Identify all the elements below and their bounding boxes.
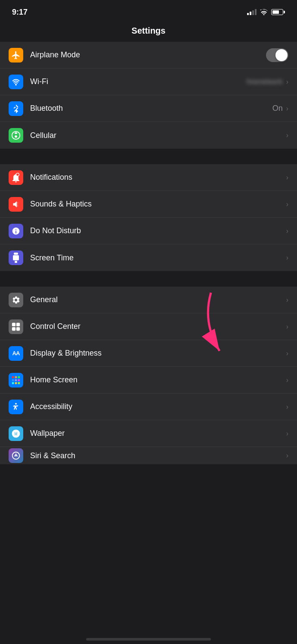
svg-rect-11 — [12, 376, 14, 378]
display-brightness-chevron-icon: › — [286, 350, 288, 357]
notifications-settings-icon — [9, 170, 23, 185]
settings-row-screen-time[interactable]: Screen Time › — [0, 244, 297, 271]
page-title-container: Settings — [0, 22, 297, 42]
siri-settings-icon — [9, 448, 23, 463]
wallpaper-settings-icon — [9, 426, 23, 441]
sounds-settings-icon — [9, 197, 23, 212]
scroll-indicator — [86, 638, 211, 641]
bluetooth-chevron-icon: › — [286, 105, 288, 113]
svg-point-1 — [15, 135, 17, 138]
bluetooth-settings-icon — [9, 101, 23, 116]
page-title: Settings — [132, 26, 166, 35]
battery-icon — [271, 9, 285, 15]
cellular-label: Cellular — [30, 131, 286, 140]
bluetooth-value: On — [272, 104, 283, 113]
notifications-label: Notifications — [30, 173, 286, 182]
svg-point-20 — [15, 403, 17, 404]
signal-icon — [247, 9, 257, 15]
svg-rect-3 — [14, 253, 18, 255]
svg-rect-4 — [13, 255, 19, 260]
settings-row-sounds[interactable]: Sounds & Haptics › — [0, 191, 297, 218]
section-notifications: Notifications › Sounds & Haptics › Do No… — [0, 164, 297, 271]
settings-row-display-brightness[interactable]: AA Display & Brightness › — [0, 340, 297, 367]
svg-rect-8 — [12, 327, 15, 330]
settings-row-wallpaper[interactable]: Wallpaper › — [0, 420, 297, 447]
airplane-mode-toggle[interactable] — [266, 48, 288, 62]
svg-rect-19 — [18, 382, 20, 384]
general-chevron-icon: › — [286, 296, 288, 304]
svg-rect-5 — [15, 261, 17, 263]
svg-rect-9 — [16, 327, 20, 330]
wallpaper-label: Wallpaper — [30, 429, 286, 438]
section-general: General › Control Center › AA Display & … — [0, 287, 297, 464]
notifications-chevron-icon: › — [286, 174, 288, 181]
svg-rect-12 — [15, 376, 17, 378]
svg-rect-6 — [12, 322, 15, 326]
settings-row-home-screen[interactable]: Home Screen › — [0, 367, 297, 394]
accessibility-settings-icon — [9, 400, 23, 414]
svg-point-21 — [15, 431, 17, 433]
airplane-mode-label: Airplane Mode — [30, 50, 266, 59]
accessibility-chevron-icon: › — [286, 403, 288, 411]
home-screen-settings-icon — [9, 373, 23, 388]
do-not-disturb-settings-icon — [9, 224, 23, 238]
wifi-settings-icon — [9, 75, 23, 89]
accessibility-label: Accessibility — [30, 402, 286, 411]
do-not-disturb-label: Do Not Disturb — [30, 226, 286, 235]
siri-search-chevron-icon: › — [286, 452, 288, 460]
section-gap-2 — [0, 271, 297, 287]
settings-row-accessibility[interactable]: Accessibility › — [0, 394, 297, 420]
settings-row-siri-search[interactable]: Siri & Search › — [0, 447, 297, 464]
section-connectivity: Airplane Mode Wi-Fi freenetwork › Blueto… — [0, 42, 297, 149]
status-bar: 9:17 — [0, 0, 297, 22]
settings-row-wifi[interactable]: Wi-Fi freenetwork › — [0, 69, 297, 95]
svg-point-25 — [16, 435, 17, 436]
home-screen-label: Home Screen — [30, 375, 286, 385]
screen-time-chevron-icon: › — [286, 254, 288, 262]
wifi-chevron-icon: › — [286, 78, 288, 86]
svg-rect-7 — [16, 322, 20, 326]
display-brightness-label: Display & Brightness — [30, 349, 286, 358]
svg-rect-15 — [15, 379, 17, 381]
wifi-value: freenetwork — [247, 78, 283, 86]
sounds-label: Sounds & Haptics — [30, 200, 286, 209]
settings-row-do-not-disturb[interactable]: Do Not Disturb › — [0, 218, 297, 244]
svg-point-2 — [16, 173, 19, 176]
airplane-mode-icon — [9, 48, 23, 63]
home-screen-chevron-icon: › — [286, 376, 288, 384]
control-center-label: Control Center — [30, 322, 286, 331]
wifi-label: Wi-Fi — [30, 77, 247, 86]
settings-row-control-center[interactable]: Control Center › — [0, 313, 297, 340]
settings-row-notifications[interactable]: Notifications › — [0, 164, 297, 191]
svg-point-23 — [17, 433, 19, 435]
wallpaper-chevron-icon: › — [286, 430, 288, 438]
svg-rect-16 — [18, 379, 20, 381]
sounds-chevron-icon: › — [286, 200, 288, 208]
screen-time-label: Screen Time — [30, 253, 286, 263]
status-time: 9:17 — [12, 8, 28, 17]
svg-rect-17 — [12, 382, 14, 384]
svg-rect-14 — [12, 379, 14, 381]
section-gap-1 — [0, 149, 297, 164]
cellular-settings-icon — [9, 128, 23, 143]
svg-rect-18 — [15, 382, 17, 384]
display-brightness-settings-icon: AA — [9, 346, 23, 361]
svg-point-22 — [14, 433, 15, 435]
general-settings-icon — [9, 293, 23, 307]
control-center-settings-icon — [9, 319, 23, 334]
control-center-chevron-icon: › — [286, 323, 288, 331]
status-icons — [247, 9, 285, 15]
settings-row-general[interactable]: General › — [0, 287, 297, 313]
do-not-disturb-chevron-icon: › — [286, 227, 288, 235]
svg-point-24 — [15, 435, 16, 436]
settings-row-bluetooth[interactable]: Bluetooth On › — [0, 95, 297, 122]
screen-time-settings-icon — [9, 250, 23, 265]
settings-row-cellular[interactable]: Cellular › — [0, 122, 297, 149]
bluetooth-label: Bluetooth — [30, 104, 272, 113]
svg-rect-13 — [18, 376, 20, 378]
siri-search-label: Siri & Search — [30, 451, 286, 460]
cellular-chevron-icon: › — [286, 131, 288, 139]
settings-row-airplane-mode[interactable]: Airplane Mode — [0, 42, 297, 69]
general-label: General — [30, 295, 286, 304]
wifi-icon — [260, 9, 268, 15]
